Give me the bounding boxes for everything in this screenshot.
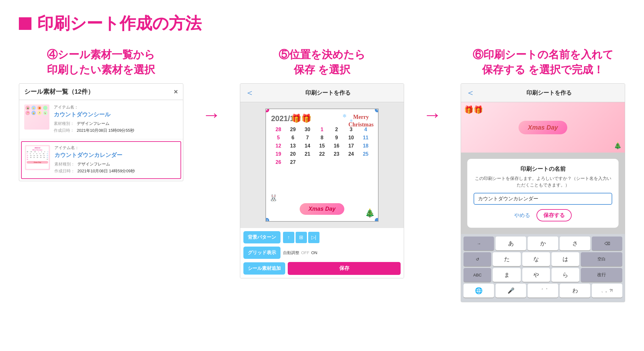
material-list-panel: シール素材一覧（12件） × 🎄 ⭐ 🎁 ❄️ 🎅 🔔 ⛄ 🦌	[19, 83, 183, 181]
key-delete[interactable]: ⌫	[592, 237, 622, 250]
panel-header: シール素材一覧（12件） ×	[19, 84, 183, 100]
save-confirm-button[interactable]: 保存する	[536, 209, 572, 221]
arrow-1: →	[202, 47, 221, 125]
material-thumb-1: 🎄 ⭐ 🎁 ❄️ 🎅 🔔 ⛄ 🦌	[24, 104, 49, 130]
keyboard-row-2: ↺ た な は 空白	[464, 252, 622, 266]
step4-header-line2: 印刷したい素材を選択	[47, 64, 155, 75]
cal-wrapper: 2021/12 MerryChristmas ❄ ❄ 🎁🎁	[266, 109, 378, 166]
step4-header: ④シール素材一覧から 印刷したい素材を選択	[19, 47, 183, 77]
panel-close-button[interactable]: ×	[174, 88, 178, 96]
material-info-2: アイテム名： カウントダウンカレンダー 素材種別： デザインフレーム 作成日時：…	[54, 145, 177, 175]
grid-display-button[interactable]: グリッド表示	[243, 247, 280, 259]
item2-label-name: アイテム名：	[54, 145, 177, 151]
right-icon-button[interactable]: ▷|	[308, 232, 319, 243]
key-ta[interactable]: た	[493, 252, 520, 266]
material-item-1[interactable]: 🎄 ⭐ 🎁 ❄️ 🎅 🔔 ⛄ 🦌 アイテム名： カウントダウンシール 素材種別	[19, 100, 183, 139]
item2-type-val: デザインフレーム	[77, 161, 110, 167]
canvas-sheet[interactable]: 2021/12 MerryChristmas ❄ ❄ 🎁🎁	[265, 109, 379, 222]
arrow-2: →	[423, 47, 442, 125]
key-undo[interactable]: ↺	[464, 252, 491, 266]
step5-nav: ＜ 印刷シートを作る	[240, 84, 404, 102]
step6-header: ⑥印刷シートの名前を入れて 保存する を選択で完成！	[461, 47, 625, 77]
keyboard-row-1: → あ か さ ⌫	[464, 237, 622, 250]
key-ma[interactable]: ま	[493, 268, 520, 282]
item1-label-name: アイテム名：	[54, 104, 178, 110]
key-mic[interactable]: 🎤	[496, 284, 526, 298]
cancel-button[interactable]: やめる	[514, 209, 530, 221]
key-punctuation[interactable]: 、。?!	[592, 284, 622, 298]
key-return[interactable]: 改行	[581, 268, 622, 282]
dialog-overlay: 印刷シートの名前 この印刷シートを保存します。よろしいですか？（シート名を入力い…	[461, 153, 625, 234]
dialog-buttons: やめる 保存する	[474, 209, 612, 221]
snowflake-1: ❄	[342, 113, 347, 119]
step6-header-line2: 保存する を選択で完成！	[482, 64, 604, 75]
sheet-name-input[interactable]	[474, 193, 612, 205]
step5-header-line2: 保存 を選択	[294, 64, 350, 75]
step6-panel: ＜ 印刷シートを作る 🎁🎁 🎄 Xmas Day 印刷シートの名前 この印刷シー…	[461, 83, 625, 302]
add-sticker-button[interactable]: シール素材追加	[243, 262, 285, 275]
item1-type-val: デザインフレーム	[77, 121, 109, 126]
dialog-title: 印刷シートの名前	[474, 165, 612, 173]
up-icon-button[interactable]: ↑	[283, 232, 294, 243]
off-label: OFF	[301, 250, 309, 255]
key-abc[interactable]: ABC	[464, 268, 491, 282]
material-thumb-2: 2021/12 Merry Christmas 2829301234 56789…	[25, 145, 50, 170]
merry-christmas-text: MerryChristmas	[348, 114, 374, 128]
step5-nav-title: 印刷シートを作る	[257, 89, 399, 97]
save-button-step5[interactable]: 保存	[288, 262, 401, 275]
key-ya[interactable]: や	[522, 268, 550, 282]
column-step4: ④シール素材一覧から 印刷したい素材を選択 シール素材一覧（12件） × 🎄 ⭐…	[19, 47, 183, 181]
item1-meta-type: 素材種別： デザインフレーム	[54, 121, 178, 126]
item1-meta-date: 作成日時： 2021年10月08日 15時09分55秒	[54, 128, 178, 133]
item1-date-val: 2021年10月08日 15時09分55秒	[77, 128, 134, 133]
adjust-icon-button[interactable]: ⊞	[296, 232, 307, 243]
item2-label-type: 素材種別：	[54, 161, 75, 167]
key-na[interactable]: な	[522, 252, 550, 266]
dialog-desc: この印刷シートを保存します。よろしいですか？（シート名を入力いただくこともできま…	[474, 175, 612, 188]
s6-deco-2: 🎄	[614, 142, 622, 149]
gift-deco: 🎁🎁	[291, 114, 311, 123]
key-ra[interactable]: ら	[552, 268, 579, 282]
key-arrow[interactable]: →	[464, 237, 494, 250]
page-title: 印刷シート作成の方法	[19, 13, 625, 35]
step5-toolbar: 背景パターン ↑ ⊞ ▷|	[240, 228, 404, 247]
bg-pattern-button[interactable]: 背景パターン	[243, 231, 280, 243]
key-a[interactable]: あ	[496, 237, 526, 250]
key-sa[interactable]: さ	[560, 237, 590, 250]
key-ka[interactable]: か	[528, 237, 558, 250]
step5-header-line1: ⑤位置を決めたら	[279, 48, 365, 60]
calendar-table: 282930 1234 567 891011 121314 15161718	[271, 125, 373, 166]
save-dialog: 印刷シートの名前 この印刷シートを保存します。よろしいですか？（シート名を入力い…	[467, 159, 619, 228]
keyboard-row-3: ABC ま や ら 改行	[464, 268, 622, 282]
step5-toolbar-2: グリッド表示 自動調整 OFF ON	[240, 247, 404, 262]
step6-nav-title: 印刷シートを作る	[478, 89, 620, 97]
resize-handle[interactable]	[374, 217, 379, 222]
step5-header: ⑤位置を決めたら 保存 を選択	[240, 47, 404, 77]
step4-header-line1: ④シール素材一覧から	[47, 48, 155, 60]
key-space[interactable]: 空白	[581, 252, 622, 266]
xmas-day-label: Xmas Day	[300, 203, 344, 215]
key-wa[interactable]: わ	[560, 284, 590, 298]
key-ha[interactable]: は	[552, 252, 579, 266]
main-columns: ④シール素材一覧から 印刷したい素材を選択 シール素材一覧（12件） × 🎄 ⭐…	[19, 47, 625, 302]
key-dakuten[interactable]: ゛゜	[528, 284, 558, 298]
item2-meta-type: 素材種別： デザインフレーム	[54, 161, 177, 167]
auto-label: 自動調整	[283, 250, 299, 256]
toolbar-icons: ↑ ⊞ ▷|	[283, 232, 319, 243]
step5-panel: ＜ 印刷シートを作る 2021/12 MerryChristmas	[240, 83, 404, 278]
step6-back-button[interactable]: ＜	[466, 87, 475, 99]
item1-name: カウントダウンシール	[54, 111, 178, 118]
tree-deco: 🎄	[365, 208, 375, 218]
step5-back-button[interactable]: ＜	[245, 87, 254, 99]
rotate-handle[interactable]: ↺	[265, 217, 270, 222]
item2-name: カウントダウンカレンダー	[54, 151, 177, 159]
step5-canvas-area: 2021/12 MerryChristmas ❄ ❄ 🎁🎁	[240, 102, 404, 228]
material-item-2[interactable]: 2021/12 Merry Christmas 2829301234 56789…	[21, 141, 181, 179]
column-step6: ⑥印刷シートの名前を入れて 保存する を選択で完成！ ＜ 印刷シートを作る 🎁🎁…	[461, 47, 625, 302]
column-step5: ⑤位置を決めたら 保存 を選択 ＜ 印刷シートを作る 2021/12	[240, 47, 404, 278]
japanese-keyboard: → あ か さ ⌫ ↺ た な は 空白 ABC ま や ら	[461, 234, 625, 302]
step6-canvas-preview: 🎁🎁 🎄 Xmas Day	[461, 102, 625, 153]
key-globe[interactable]: 🌐	[464, 284, 494, 298]
s6-deco-1: 🎁🎁	[464, 105, 483, 114]
xmas-day-text: Xmas Day	[308, 206, 336, 212]
